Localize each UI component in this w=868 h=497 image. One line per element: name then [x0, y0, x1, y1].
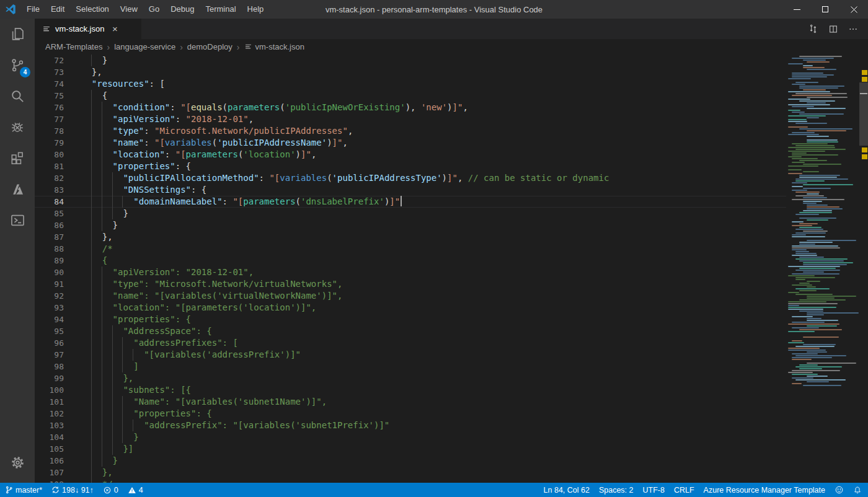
statusbar-notifications[interactable]	[853, 486, 862, 495]
code-line-content[interactable]: /*	[64, 243, 786, 255]
code-line-content[interactable]: },	[64, 66, 786, 78]
menu-item-file[interactable]: File	[21, 0, 45, 19]
scrollbar-overview-ruler[interactable]	[859, 55, 868, 483]
menu-item-terminal[interactable]: Terminal	[200, 0, 241, 19]
maximize-icon[interactable]	[811, 0, 839, 19]
code-line[interactable]: 99},	[35, 372, 786, 384]
code-line-content[interactable]: "properties": {	[64, 161, 786, 172]
split-editor-icon[interactable]	[828, 24, 838, 34]
code-line[interactable]: 87},	[35, 231, 786, 243]
code-line[interactable]: 94"properties": {	[35, 314, 786, 325]
code-line-content[interactable]: "publicIPAllocationMethod": "[variables(…	[64, 172, 786, 184]
code-line-content[interactable]: },	[64, 467, 786, 478]
menu-item-debug[interactable]: Debug	[165, 0, 200, 19]
scrollbar-thumb[interactable]	[859, 82, 868, 146]
settings-gear-icon[interactable]	[0, 447, 35, 478]
code-line[interactable]: 73 },	[35, 66, 786, 78]
tab-close-icon[interactable]: ×	[108, 23, 121, 35]
code-line[interactable]: 98]	[35, 361, 786, 372]
code-line[interactable]: 74 "resources": [	[35, 78, 786, 90]
code-line-content[interactable]: "location": "[parameters('location')]",	[64, 302, 786, 314]
code-line-content[interactable]: "location": "[parameters('location')]",	[64, 149, 786, 161]
code-line-content[interactable]: "type": "Microsoft.Network/virtualNetwor…	[64, 278, 786, 290]
code-line-content[interactable]: "condition": "[equals(parameters('public…	[64, 102, 786, 113]
code-line-content[interactable]: "name": "[variables('virtualNetworkName'…	[64, 290, 786, 302]
statusbar-warning-count[interactable]: 4	[128, 486, 143, 495]
menu-item-view[interactable]: View	[115, 0, 143, 19]
code-line[interactable]: 89{	[35, 255, 786, 266]
code-line-content[interactable]: "subnets": [{	[64, 384, 786, 396]
code-line[interactable]: 92"name": "[variables('virtualNetworkNam…	[35, 290, 786, 302]
code-line[interactable]: 90"apiVersion": "2018-12-01",	[35, 266, 786, 278]
code-line[interactable]: 103"addressPrefix": "[variables('subnet1…	[35, 420, 786, 431]
code-line-content[interactable]: "properties": {	[64, 314, 786, 325]
breadcrumb-item-vm-stack.json[interactable]: vm-stack.json	[244, 42, 304, 51]
azure-icon[interactable]	[0, 174, 35, 205]
code-line-content[interactable]: ]	[64, 361, 786, 372]
code-line[interactable]: 97"[variables('addressPrefix')]"	[35, 349, 786, 361]
code-line[interactable]: 104}	[35, 431, 786, 443]
close-icon[interactable]	[839, 0, 868, 19]
code-area[interactable]: 72}73 },74 "resources": [75{76"condition…	[35, 55, 786, 483]
code-line-content[interactable]: }	[64, 219, 786, 231]
code-line-content[interactable]: "resources": [	[64, 78, 786, 90]
code-line[interactable]: 101"Name": "[variables('subnet1Name')]",	[35, 396, 786, 408]
code-line-content[interactable]: }]	[64, 443, 786, 455]
code-line-content[interactable]: "AddressSpace": {	[64, 325, 786, 337]
breadcrumb-item-demodeploy[interactable]: demoDeploy	[187, 42, 232, 51]
code-line-content[interactable]: },	[64, 231, 786, 243]
code-line[interactable]: 86}	[35, 219, 786, 231]
menu-item-edit[interactable]: Edit	[45, 0, 70, 19]
code-line[interactable]: 82"publicIPAllocationMethod": "[variable…	[35, 172, 786, 184]
code-line-content[interactable]: "[variables('addressPrefix')]"	[64, 349, 786, 361]
minimap[interactable]	[786, 56, 859, 483]
code-line[interactable]: 100"subnets": [{	[35, 384, 786, 396]
code-line[interactable]: 81"properties": {	[35, 161, 786, 172]
code-line[interactable]: 95"AddressSpace": {	[35, 325, 786, 337]
tab-vm-stack-json[interactable]: vm-stack.json ×	[35, 19, 141, 39]
code-line[interactable]: 78"type": "Microsoft.Network/publicIPAdd…	[35, 125, 786, 137]
code-line[interactable]: 83"DNSSettings": {	[35, 184, 786, 196]
code-line-content[interactable]: "Name": "[variables('subnet1Name')]",	[64, 396, 786, 408]
code-line[interactable]: 105}]	[35, 443, 786, 455]
menu-item-help[interactable]: Help	[242, 0, 270, 19]
code-line[interactable]: 79"name": "[variables('publicIPAddressNa…	[35, 137, 786, 149]
code-line[interactable]: 72}	[35, 55, 786, 66]
extensions-icon[interactable]	[0, 143, 35, 174]
code-line-content[interactable]: }	[64, 55, 786, 66]
code-line-content[interactable]: "DNSSettings": {	[64, 184, 786, 196]
statusbar-indentation[interactable]: Spaces: 2	[599, 486, 634, 495]
source-control-icon[interactable]: 4	[0, 50, 35, 81]
powershell-icon[interactable]	[0, 205, 35, 235]
code-line[interactable]: 85}	[35, 208, 786, 219]
code-line-content[interactable]: */	[64, 478, 786, 483]
code-line[interactable]: 75{	[35, 90, 786, 102]
code-line-content[interactable]: },	[64, 372, 786, 384]
statusbar-cursor-position[interactable]: Ln 84, Col 62	[544, 486, 590, 495]
code-line-content[interactable]: "domainNameLabel": "[parameters('dnsLabe…	[64, 196, 786, 208]
code-line[interactable]: 77"apiVersion": "2018-12-01",	[35, 113, 786, 125]
code-line-content[interactable]: }	[64, 208, 786, 219]
statusbar-sync-status[interactable]: 198↓ 91↑	[51, 486, 94, 495]
code-line-content[interactable]: "type": "Microsoft.Network/publicIPAddre…	[64, 125, 786, 137]
code-line[interactable]: 91"type": "Microsoft.Network/virtualNetw…	[35, 278, 786, 290]
code-editor[interactable]: 72}73 },74 "resources": [75{76"condition…	[35, 55, 868, 483]
statusbar-error-count[interactable]: 0	[103, 486, 118, 495]
statusbar-branch-status[interactable]: master*	[5, 486, 42, 495]
code-line[interactable]: 107},	[35, 467, 786, 478]
code-line[interactable]: 93"location": "[parameters('location')]"…	[35, 302, 786, 314]
code-line-content[interactable]: "apiVersion": "2018-12-01",	[64, 266, 786, 278]
code-line-content[interactable]: "properties": {	[64, 408, 786, 420]
code-line-content[interactable]: "name": "[variables('publicIPAddressName…	[64, 137, 786, 149]
code-line-content[interactable]: "addressPrefix": "[variables('subnet1Pre…	[64, 420, 786, 431]
statusbar-encoding[interactable]: UTF-8	[643, 486, 665, 495]
menu-item-selection[interactable]: Selection	[70, 0, 114, 19]
code-line[interactable]: 88/*	[35, 243, 786, 255]
code-line[interactable]: 76"condition": "[equals(parameters('publ…	[35, 102, 786, 113]
code-line[interactable]: 84"domainNameLabel": "[parameters('dnsLa…	[35, 196, 786, 208]
search-icon[interactable]	[0, 81, 35, 112]
code-line[interactable]: 108*/	[35, 478, 786, 483]
more-actions-icon[interactable]	[848, 24, 858, 34]
open-changes-icon[interactable]	[808, 24, 818, 34]
code-line-content[interactable]: }	[64, 455, 786, 467]
